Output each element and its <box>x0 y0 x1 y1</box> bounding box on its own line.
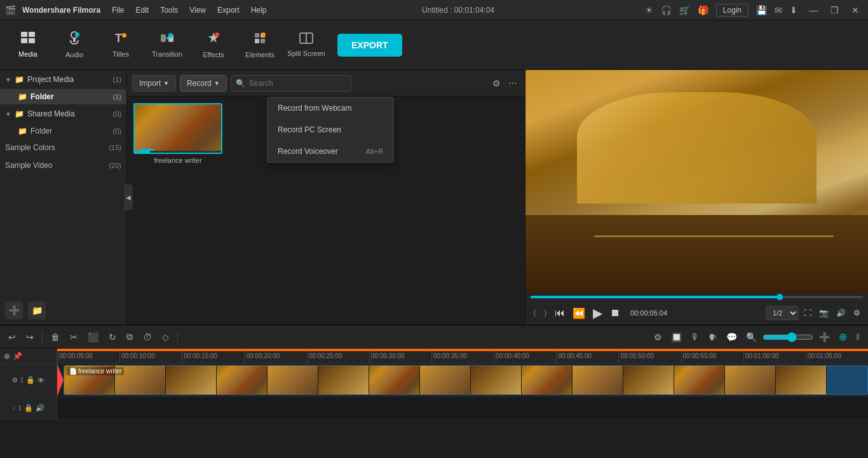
media-item-freelance-writer[interactable]: freelance writer <box>133 103 222 164</box>
minimize-button[interactable]: — <box>805 4 822 17</box>
undo-button[interactable]: ↩ <box>5 330 19 344</box>
volume-button[interactable]: 🔊 <box>834 306 848 320</box>
record-timeline-button[interactable]: 🎙 <box>688 330 703 344</box>
subtitle-button[interactable]: 💬 <box>723 330 740 344</box>
shared-media-header[interactable]: ▼ 📁 Shared Media (0) <box>0 104 126 123</box>
mark-in-icon[interactable]: ⟨ <box>531 307 539 319</box>
filmstrip <box>64 366 867 394</box>
toolbar-transition[interactable]: Transition <box>146 24 189 67</box>
add-track-button[interactable]: ⊕ <box>836 329 850 345</box>
sample-video-item[interactable]: Sample Video (20) <box>0 156 126 174</box>
zoom-slider[interactable] <box>763 332 813 342</box>
login-button[interactable]: Login <box>716 4 749 17</box>
toolbar-audio[interactable]: Audio <box>53 24 96 67</box>
shared-media-folder-count: (0) <box>113 127 121 135</box>
menu-export[interactable]: Export <box>212 3 245 17</box>
add-folder-button[interactable]: ➕ <box>5 302 23 319</box>
settings-preview-button[interactable]: ⚙ <box>851 306 863 320</box>
sample-colors-count: (15) <box>109 144 121 151</box>
search-icon: 🔍 <box>236 79 245 88</box>
project-media-header[interactable]: ▼ 📁 Project Media (1) <box>0 70 126 89</box>
filter-button[interactable]: ⚙ <box>490 76 503 91</box>
keyframe-button[interactable]: ◇ <box>159 330 172 344</box>
rotate-button[interactable]: ↻ <box>105 330 119 344</box>
audio-track-content <box>57 397 868 419</box>
record-screen-item[interactable]: Record PC Screen <box>268 119 393 141</box>
record-webcam-item[interactable]: Record from Webcam <box>268 97 393 119</box>
collapse-panel-button[interactable]: ◀ <box>124 184 133 210</box>
toolbar-elements[interactable]: Elements <box>238 24 281 67</box>
mark-out-icon[interactable]: ⟩ <box>541 307 550 319</box>
redo-button[interactable]: ↪ <box>23 330 37 344</box>
frame-5 <box>268 366 318 394</box>
preview-frame <box>526 70 868 293</box>
search-input[interactable] <box>231 75 351 92</box>
video-track-lock-button[interactable]: 🔒 <box>26 376 35 384</box>
step-backward-button[interactable]: ⏮ <box>552 305 567 321</box>
preview-seekbar[interactable] <box>531 296 863 298</box>
gift-icon[interactable]: 🎁 <box>698 5 709 15</box>
menu-view[interactable]: View <box>184 3 211 17</box>
play-button[interactable]: ▶ <box>590 303 605 323</box>
record-button[interactable]: Record ▼ <box>180 75 227 92</box>
shared-media-folder-item[interactable]: 📁 Folder (0) <box>0 123 126 139</box>
add-mark-button[interactable]: ⊕ <box>4 352 10 361</box>
thumb-progress-bar <box>135 151 221 153</box>
quality-select[interactable]: 1/4 1/2 Full <box>766 306 799 320</box>
toolbar-splitscreen[interactable]: Split Screen <box>285 24 328 67</box>
fullscreen-preview-button[interactable]: ⛶ <box>801 306 814 320</box>
preview-progress-fill <box>531 296 780 298</box>
timeline-tracks: ⚙ 1 🔒 👁 📄 freelance writer <box>0 364 868 458</box>
frame-back-button[interactable]: ⏪ <box>570 305 588 322</box>
save-icon[interactable]: 💾 <box>756 5 767 15</box>
video-track-eye-button[interactable]: 👁 <box>37 377 44 384</box>
snapshot-button[interactable]: 📷 <box>817 306 831 320</box>
video-track-header: ⚙ 1 🔒 👁 <box>0 364 57 396</box>
speed-button[interactable]: ⏱ <box>140 330 155 344</box>
splitscreen-icon <box>299 32 313 47</box>
maximize-button[interactable]: ❐ <box>827 4 843 17</box>
toolbar-effects[interactable]: Effects <box>192 24 235 67</box>
record-voiceover-item[interactable]: Record Voiceover Alt+R <box>268 141 393 162</box>
selected-range-bar <box>57 349 868 351</box>
video-track-content: 📄 freelance writer <box>57 364 868 396</box>
import-button[interactable]: Import ▼ <box>132 75 176 92</box>
audio-track-mute-button[interactable]: 🔊 <box>36 404 44 412</box>
brightness-icon[interactable]: ☀ <box>645 5 653 15</box>
menu-tools[interactable]: Tools <box>155 3 183 17</box>
collapse-timeline-button[interactable]: ⫴ <box>853 330 863 344</box>
project-media-folder-item[interactable]: 📁 Folder (1) <box>0 89 126 104</box>
download-icon[interactable]: ⬇ <box>790 5 797 15</box>
video-clip[interactable]: 📄 freelance writer <box>64 365 868 395</box>
toolbar-titles[interactable]: T Titles <box>99 24 142 67</box>
shop-icon[interactable]: 🛒 <box>679 5 690 15</box>
close-button[interactable]: ✕ <box>848 4 863 17</box>
cut-button[interactable]: ✂ <box>67 330 81 344</box>
menu-edit[interactable]: Edit <box>130 3 154 17</box>
audio-track-header: ♪ 1 🔒 🔊 <box>0 397 57 419</box>
snap-button[interactable]: 🔲 <box>668 330 685 344</box>
export-button[interactable]: EXPORT <box>337 34 402 57</box>
transition-icon <box>160 32 174 48</box>
view-options-button[interactable]: ⋯ <box>506 76 520 91</box>
copy-button[interactable]: ⧉ <box>123 330 136 344</box>
zoom-in-button[interactable]: ➕ <box>816 330 833 344</box>
menu-help[interactable]: Help <box>246 3 272 17</box>
delete-button[interactable]: 🗑 <box>48 330 63 344</box>
settings-timeline-button[interactable]: ⚙ <box>651 330 665 344</box>
sample-colors-item[interactable]: Sample Colors (15) <box>0 139 126 156</box>
crop-button[interactable]: ⬛ <box>85 330 102 344</box>
headset-icon[interactable]: 🎧 <box>661 5 672 15</box>
new-folder-button[interactable]: 📁 <box>28 302 46 319</box>
frame-3 <box>166 366 217 394</box>
zoom-out-button[interactable]: 🔍 <box>743 330 760 344</box>
preview-panel: ⟨ ⟩ ⏮ ⏪ ▶ ⏹ 00:00:05:04 1/4 1/2 Full ⛶ 📷… <box>525 70 868 324</box>
pin-button[interactable]: 📌 <box>13 352 22 361</box>
stop-button[interactable]: ⏹ <box>607 305 623 321</box>
message-icon[interactable]: ✉ <box>775 5 782 15</box>
video-track-settings-button[interactable]: ⚙ <box>12 377 18 384</box>
menu-file[interactable]: File <box>107 3 129 17</box>
voiceover-button[interactable]: 🗣 <box>705 330 721 344</box>
toolbar-media[interactable]: Media <box>6 24 50 67</box>
audio-track-lock-button[interactable]: 🔒 <box>24 404 33 412</box>
